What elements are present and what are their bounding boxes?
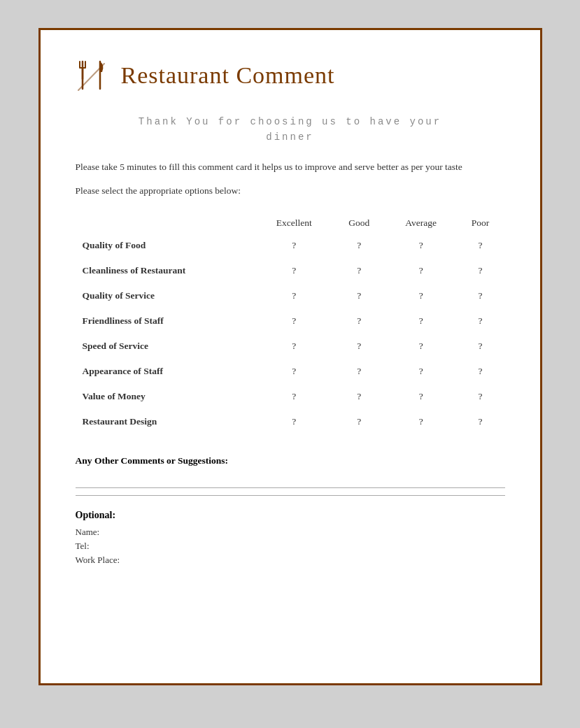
row-label: Restaurant Design <box>76 409 256 434</box>
radio-good[interactable]: ? <box>332 283 386 308</box>
table-row: Quality of Service ? ? ? ? <box>76 283 505 308</box>
table-row: Cleanliness of Restaurant ? ? ? ? <box>76 258 505 283</box>
row-label: Cleanliness of Restaurant <box>76 258 256 283</box>
row-label: Speed of Service <box>76 334 256 359</box>
radio-excellent[interactable]: ? <box>256 233 332 258</box>
comment-line-2 <box>76 495 505 496</box>
col-header-excellent: Excellent <box>256 213 332 233</box>
radio-good[interactable]: ? <box>332 233 386 258</box>
radio-excellent[interactable]: ? <box>256 283 332 308</box>
table-row: Appearance of Staff ? ? ? ? <box>76 359 505 384</box>
radio-poor[interactable]: ? <box>455 384 504 409</box>
row-label: Friendliness of Staff <box>76 308 256 334</box>
radio-poor[interactable]: ? <box>455 308 504 334</box>
col-header-good: Good <box>332 213 386 233</box>
table-row: Speed of Service ? ? ? ? <box>76 334 505 359</box>
row-label: Quality of Service <box>76 283 256 308</box>
radio-average[interactable]: ? <box>386 359 456 384</box>
header: Restaurant Comment <box>76 58 505 93</box>
radio-good[interactable]: ? <box>332 308 386 334</box>
thank-you-text: Thank You for choosing us to have your d… <box>76 114 505 145</box>
radio-good[interactable]: ? <box>332 409 386 434</box>
radio-average[interactable]: ? <box>386 233 456 258</box>
radio-average[interactable]: ? <box>386 334 456 359</box>
radio-average[interactable]: ? <box>386 308 456 334</box>
optional-section: Optional: Name:Tel:Work Place: <box>76 510 505 566</box>
optional-title: Optional: <box>76 510 505 521</box>
radio-good[interactable]: ? <box>332 384 386 409</box>
radio-excellent[interactable]: ? <box>256 359 332 384</box>
radio-poor[interactable]: ? <box>455 334 504 359</box>
radio-excellent[interactable]: ? <box>256 384 332 409</box>
rating-table: Excellent Good Average Poor Quality of F… <box>76 213 505 434</box>
radio-poor[interactable]: ? <box>455 233 504 258</box>
radio-average[interactable]: ? <box>386 409 456 434</box>
radio-excellent[interactable]: ? <box>256 258 332 283</box>
radio-average[interactable]: ? <box>386 384 456 409</box>
radio-excellent[interactable]: ? <box>256 409 332 434</box>
row-label: Quality of Food <box>76 233 256 258</box>
optional-field-label: Tel: <box>76 541 505 552</box>
table-row: Value of Money ? ? ? ? <box>76 384 505 409</box>
table-row: Quality of Food ? ? ? ? <box>76 233 505 258</box>
comment-card: Restaurant Comment Thank You for choosin… <box>38 28 542 685</box>
table-row: Restaurant Design ? ? ? ? <box>76 409 505 434</box>
col-header-poor: Poor <box>455 213 504 233</box>
radio-good[interactable]: ? <box>332 258 386 283</box>
table-row: Friendliness of Staff ? ? ? ? <box>76 308 505 334</box>
radio-poor[interactable]: ? <box>455 359 504 384</box>
col-header-label <box>76 213 256 233</box>
radio-good[interactable]: ? <box>332 359 386 384</box>
comments-section: Any Other Comments or Suggestions: <box>76 455 505 496</box>
description-text: Please take 5 minutes to fill this comme… <box>76 159 505 175</box>
col-header-average: Average <box>386 213 456 233</box>
comments-label: Any Other Comments or Suggestions: <box>76 455 505 466</box>
radio-average[interactable]: ? <box>386 258 456 283</box>
instruction-text: Please select the appropriate options be… <box>76 185 505 197</box>
optional-field-label: Name: <box>76 527 505 538</box>
optional-fields: Name:Tel:Work Place: <box>76 527 505 566</box>
radio-poor[interactable]: ? <box>455 409 504 434</box>
radio-poor[interactable]: ? <box>455 258 504 283</box>
optional-field-label: Work Place: <box>76 555 505 566</box>
cutlery-icon <box>76 58 107 93</box>
radio-good[interactable]: ? <box>332 334 386 359</box>
row-label: Appearance of Staff <box>76 359 256 384</box>
row-label: Value of Money <box>76 384 256 409</box>
page-title: Restaurant Comment <box>121 62 335 89</box>
radio-excellent[interactable]: ? <box>256 308 332 334</box>
radio-excellent[interactable]: ? <box>256 334 332 359</box>
radio-average[interactable]: ? <box>386 283 456 308</box>
radio-poor[interactable]: ? <box>455 283 504 308</box>
comment-line-1 <box>76 487 505 488</box>
